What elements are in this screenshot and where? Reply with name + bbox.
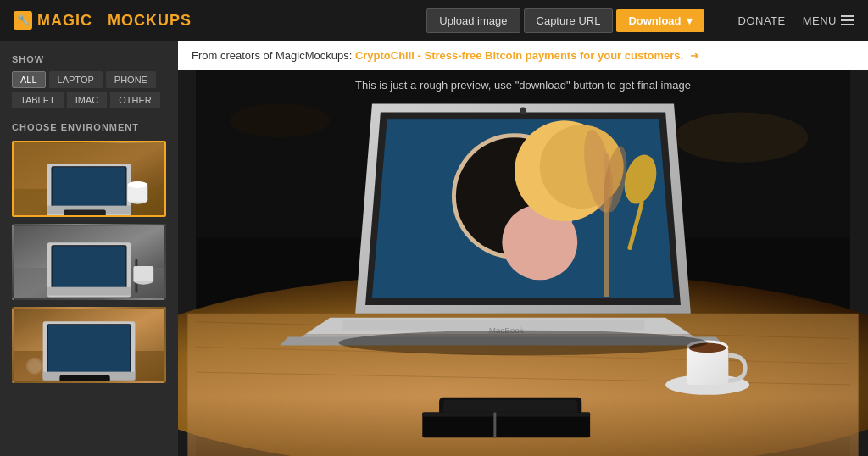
capture-url-button[interactable]: Capture URL — [524, 8, 614, 33]
menu-lines-icon — [841, 15, 854, 25]
menu-button[interactable]: MENU — [803, 14, 854, 27]
brand-name-part2: MOCKUPS — [108, 12, 192, 29]
brand-name-part1: MAGIC — [37, 12, 92, 29]
filter-tags: ALL LAPTOP PHONE TABLET IMAC OTHER — [12, 71, 166, 108]
svg-point-30 — [674, 112, 808, 162]
svg-rect-23 — [48, 325, 131, 373]
sidebar: SHOW ALL LAPTOP PHONE TABLET IMAC OTHER … — [0, 41, 178, 456]
svg-rect-14 — [52, 246, 125, 290]
svg-rect-15 — [47, 287, 131, 296]
svg-point-8 — [127, 181, 147, 188]
filter-all[interactable]: ALL — [12, 71, 46, 88]
promo-prefix: From creators of MagicMockups: — [192, 49, 352, 62]
content-area: From creators of MagicMockups: CryptoChi… — [178, 41, 868, 456]
download-button[interactable]: Download ▾ — [616, 9, 704, 32]
preview-area: This is just a rough preview, use "downl… — [178, 70, 868, 456]
svg-point-68 — [338, 331, 707, 356]
svg-rect-9 — [64, 210, 105, 217]
header-right: DONATE MENU — [738, 14, 855, 27]
main-layout: SHOW ALL LAPTOP PHONE TABLET IMAC OTHER … — [0, 41, 868, 456]
filter-laptop[interactable]: LAPTOP — [49, 71, 103, 88]
filter-phone[interactable]: PHONE — [106, 71, 156, 88]
svg-point-31 — [230, 104, 331, 138]
env-thumb-3[interactable] — [12, 307, 166, 383]
promo-link[interactable]: CryptoChill - Stress-free Bitcoin paymen… — [355, 49, 683, 62]
mockup-svg: MacBook — [178, 70, 868, 456]
svg-rect-18 — [133, 266, 153, 281]
menu-label: MENU — [803, 14, 837, 27]
svg-point-50 — [610, 266, 620, 276]
svg-rect-62 — [422, 413, 590, 417]
svg-point-49 — [466, 253, 480, 266]
download-label: Download — [628, 14, 681, 27]
svg-point-57 — [520, 108, 526, 114]
svg-point-26 — [28, 359, 42, 373]
download-arrow-icon: ▾ — [687, 14, 693, 27]
header: 🔧 MAGIC MOCKUPS Upload image Capture URL… — [0, 0, 868, 41]
environment-thumbnails — [12, 141, 166, 383]
env-thumb-1[interactable] — [12, 141, 166, 217]
logo: 🔧 MAGIC MOCKUPS — [14, 11, 192, 30]
header-actions: Upload image Capture URL Download ▾ — [426, 8, 704, 33]
svg-rect-63 — [493, 413, 496, 438]
promo-arrow-icon: ➜ — [690, 49, 699, 62]
show-filter-title: SHOW — [12, 54, 166, 64]
donate-button[interactable]: DONATE — [738, 14, 786, 27]
env-thumb-2[interactable] — [12, 224, 166, 300]
upload-image-button[interactable]: Upload image — [426, 8, 520, 33]
svg-rect-4 — [52, 167, 125, 211]
logo-icon: 🔧 — [14, 11, 32, 30]
filter-other[interactable]: OTHER — [110, 92, 160, 108]
brand-name: MAGIC MOCKUPS — [37, 12, 192, 30]
filter-tablet[interactable]: TABLET — [12, 92, 64, 108]
svg-rect-27 — [59, 375, 109, 383]
promo-bar: From creators of MagicMockups: CryptoChi… — [178, 41, 868, 70]
preview-notice: This is just a rough preview, use "downl… — [355, 79, 691, 92]
mockup-scene: MacBook — [178, 70, 868, 456]
filter-imac[interactable]: IMAC — [67, 92, 108, 108]
environment-title: CHOOSE ENVIRONMENT — [12, 122, 166, 132]
